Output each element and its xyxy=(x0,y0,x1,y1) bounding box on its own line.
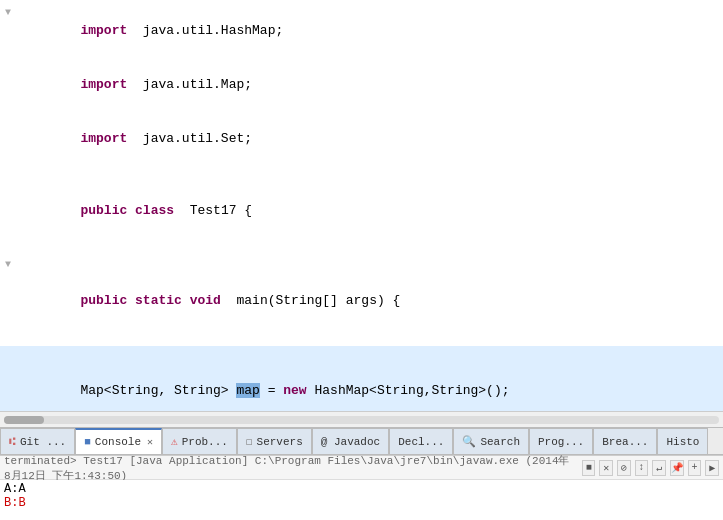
code-content: public static void main(String[] args) { xyxy=(16,256,723,328)
editor-area: ▼ import java.util.HashMap; import java.… xyxy=(0,0,723,427)
tab-label: Histo xyxy=(666,436,699,448)
tab-console[interactable]: ■ Console ✕ xyxy=(75,428,162,454)
code-content: public class Test17 { xyxy=(16,184,723,238)
tab-search[interactable]: 🔍 Search xyxy=(453,428,529,454)
tab-servers[interactable]: ◻ Servers xyxy=(237,428,312,454)
pin-btn[interactable]: 📌 xyxy=(670,460,684,476)
problems-icon: ⚠ xyxy=(171,435,178,448)
tab-label: Prog... xyxy=(538,436,584,448)
tab-label: Console xyxy=(95,436,141,448)
highlighted-line: Map<String, String> map = new HashMap<St… xyxy=(0,346,723,411)
git-icon: ⑆ xyxy=(9,436,16,448)
tab-bar: ⑆ Git ... ■ Console ✕ ⚠ Prob... ◻ Server… xyxy=(0,427,723,455)
collapse-icon[interactable]: ▼ xyxy=(0,4,16,22)
tab-label: Brea... xyxy=(602,436,648,448)
search-icon: 🔍 xyxy=(462,435,476,448)
code-content: Map<String, String> map = new HashMap<St… xyxy=(16,346,723,411)
code-container: ▼ import java.util.HashMap; import java.… xyxy=(0,0,723,411)
console-icon: ■ xyxy=(84,436,91,448)
tab-label: Prob... xyxy=(182,436,228,448)
code-line: public class Test17 { xyxy=(0,184,723,238)
tab-progress[interactable]: Prog... xyxy=(529,428,593,454)
terminated-text: terminated> Test17 [Java Application] C:… xyxy=(4,453,574,483)
tab-decl[interactable]: Decl... xyxy=(389,428,453,454)
tab-history[interactable]: Histo xyxy=(657,428,708,454)
code-content xyxy=(16,166,723,184)
scrollbar-thumb[interactable] xyxy=(4,416,44,424)
tab-label: Search xyxy=(480,436,520,448)
console-toolbar: terminated> Test17 [Java Application] C:… xyxy=(0,456,723,480)
code-content xyxy=(16,238,723,256)
console-panel: terminated> Test17 [Java Application] C:… xyxy=(0,455,723,520)
code-line: ▼ public static void main(String[] args)… xyxy=(0,256,723,328)
word-wrap-btn[interactable]: ↵ xyxy=(652,460,666,476)
scrollbar-track[interactable] xyxy=(4,416,719,424)
new-console-btn[interactable]: + xyxy=(688,460,702,476)
code-line xyxy=(0,166,723,184)
code-line: ▼ import java.util.HashMap; xyxy=(0,4,723,58)
horizontal-scrollbar[interactable] xyxy=(0,411,723,427)
tab-label: Decl... xyxy=(398,436,444,448)
tab-javadoc[interactable]: @ Javadoc xyxy=(312,428,389,454)
servers-icon: ◻ xyxy=(246,435,253,448)
remove-btn[interactable]: ✕ xyxy=(599,460,613,476)
console-output: A:A B:B xyxy=(0,480,723,520)
tab-problems[interactable]: ⚠ Prob... xyxy=(162,428,237,454)
code-line: import java.util.Map; xyxy=(0,58,723,112)
code-content xyxy=(16,328,723,346)
code-line xyxy=(0,328,723,346)
tab-label: Git ... xyxy=(20,436,66,448)
tab-label: @ Javadoc xyxy=(321,436,380,448)
code-content: import java.util.Map; xyxy=(16,58,723,112)
code-line: import java.util.Set; xyxy=(0,112,723,166)
output-line-2: B:B xyxy=(4,496,719,510)
collapse-icon[interactable]: ▼ xyxy=(0,256,16,274)
tab-breakpoints[interactable]: Brea... xyxy=(593,428,657,454)
code-line xyxy=(0,238,723,256)
open-btn[interactable]: ▶ xyxy=(705,460,719,476)
code-content: import java.util.HashMap; xyxy=(16,4,723,58)
output-line-1: A:A xyxy=(4,482,719,496)
scroll-lock-btn[interactable]: ↕ xyxy=(635,460,649,476)
tab-git[interactable]: ⑆ Git ... xyxy=(0,428,75,454)
terminate-btn[interactable]: ■ xyxy=(582,460,596,476)
tab-label: Servers xyxy=(257,436,303,448)
code-content: import java.util.Set; xyxy=(16,112,723,166)
clear-btn[interactable]: ⊘ xyxy=(617,460,631,476)
close-icon[interactable]: ✕ xyxy=(147,436,153,448)
